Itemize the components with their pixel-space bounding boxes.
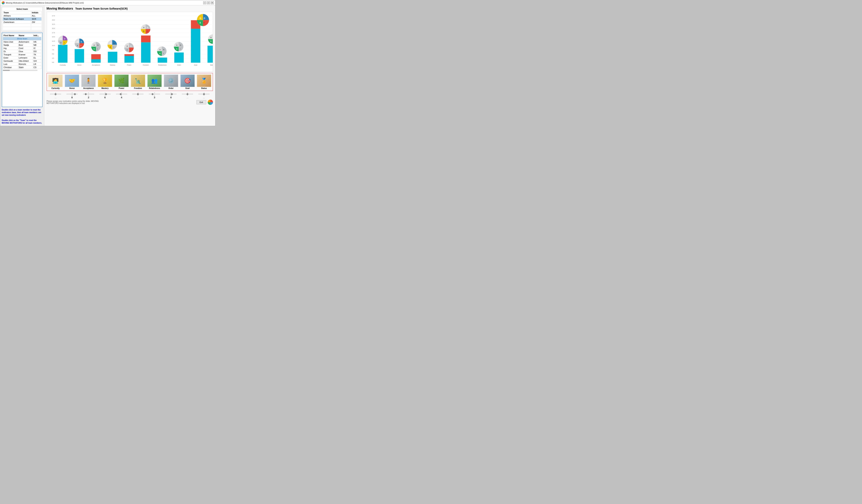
- bar-freedom-red: [141, 36, 151, 42]
- card-power[interactable]: 🌿 Power: [114, 74, 129, 90]
- select-team-box: Select team Team Initials AllStars ALL: [2, 7, 43, 31]
- card-mastery[interactable]: 🏆 Mastery: [97, 74, 113, 90]
- name-col-header: Name: [18, 34, 33, 37]
- exit-button[interactable]: Exit: [196, 100, 206, 104]
- member-name: Lehmann: [18, 56, 33, 59]
- sliders-row: 3 0 ... 3 0 8 3 0 2: [47, 92, 213, 99]
- slider-col-freedom: 3 0 ...: [130, 92, 146, 99]
- card-image-honor: 🤝: [65, 75, 79, 87]
- member-initials: IC: [33, 47, 41, 50]
- table-row[interactable]: Team Scrum Software SCR: [3, 17, 42, 21]
- slider-val-honor: 8: [71, 96, 73, 99]
- maximize-button[interactable]: □: [207, 1, 210, 4]
- initials-col-header: Initials: [31, 11, 41, 14]
- member-row[interactable]: Gertraude Otto-Ehlert GO: [3, 59, 41, 63]
- member-initials: GO: [33, 59, 41, 63]
- svg-text:G: G: [110, 42, 111, 44]
- svg-text:S: S: [143, 30, 144, 32]
- card-label-honor: Honor: [69, 87, 75, 89]
- svg-text:Order: Order: [177, 64, 181, 66]
- team-table: Team Initials AllStars ALL Team Scrum So…: [3, 11, 42, 30]
- card-goal[interactable]: 🎯 Goal: [180, 74, 195, 90]
- slider-val-curiosity: ...: [55, 96, 57, 99]
- card-order[interactable]: ⚙️ Order: [163, 74, 179, 90]
- slider-val-freedom: ...: [137, 96, 139, 99]
- member-initials: CS: [33, 66, 41, 69]
- member-row[interactable]: Luis Rörricht LR: [3, 63, 41, 66]
- slider-val-power: 4: [121, 96, 122, 99]
- card-label-status: Status: [201, 87, 207, 89]
- show-team-row[interactable]: Show team: [3, 37, 41, 40]
- svg-text:25.0: 25.0: [52, 19, 55, 21]
- team-initials: SCR: [31, 17, 41, 21]
- team-initials: ALL: [31, 14, 41, 17]
- svg-text:S: S: [60, 42, 61, 44]
- card-curiosity[interactable]: 🧑‍💻 Curiosity: [48, 74, 63, 90]
- svg-text:17.5: 17.5: [52, 32, 55, 34]
- member-row[interactable]: Christian Stahr CS: [3, 66, 41, 69]
- bar-order-cyan: [174, 53, 184, 63]
- member-row[interactable]: Hans-Uwe Ackermann HA: [3, 40, 41, 43]
- member-name: Kramer: [18, 53, 33, 56]
- svg-text:I: I: [114, 46, 114, 48]
- firstname-col-header: First Name: [3, 34, 18, 37]
- bar-freedom-cyan: [141, 42, 151, 63]
- table-row[interactable]: AllStars ALL: [3, 14, 42, 17]
- card-acceptance[interactable]: 🧍 Acceptance: [81, 74, 96, 90]
- member-row[interactable]: Dr. Gisa DG: [3, 50, 41, 53]
- minimize-button[interactable]: ─: [203, 1, 206, 4]
- svg-text:10.0: 10.0: [52, 45, 55, 46]
- table-row[interactable]: Zweierteam ZW: [3, 21, 42, 24]
- card-image-goal: 🎯: [181, 75, 195, 87]
- card-image-mastery: 🏆: [98, 75, 112, 87]
- member-firstname: Christian: [3, 66, 18, 69]
- slider-col-status: 3 0 ...: [196, 92, 212, 99]
- member-name: Ackermann: [18, 40, 33, 43]
- svg-text:2.5: 2.5: [52, 57, 54, 59]
- svg-text:Acceptance: Acceptance: [92, 64, 100, 66]
- left-panel: Select team Team Initials AllStars ALL: [0, 5, 44, 126]
- main-window: Moving Motivators (C:\Users\Arthur\Meine…: [0, 0, 216, 126]
- svg-text:G: G: [127, 45, 128, 47]
- member-name: Cord: [18, 47, 33, 50]
- svg-text:G: G: [143, 27, 144, 28]
- svg-text:D: D: [147, 27, 148, 28]
- card-honor[interactable]: 🤝 Honor: [64, 74, 80, 90]
- member-row[interactable]: Ester Lehmann EL: [3, 56, 41, 59]
- svg-text:Curiosity: Curiosity: [60, 64, 66, 66]
- member-initials: DG: [33, 50, 41, 53]
- member-name: Otto-Ehlert: [18, 59, 33, 63]
- member-row[interactable]: Ing. Cord IC: [3, 47, 41, 50]
- svg-text:I: I: [81, 45, 81, 47]
- show-team-label[interactable]: Show team: [3, 37, 41, 40]
- card-status[interactable]: 🏅 Status: [196, 74, 212, 90]
- svg-text:I: I: [97, 48, 98, 50]
- window-title: Moving Motivators (C:\Users\Arthur\Meine…: [6, 2, 84, 4]
- member-row[interactable]: Nadja Beer NB: [3, 43, 41, 47]
- close-button[interactable]: ✕: [211, 1, 214, 4]
- svg-text:S: S: [159, 53, 160, 54]
- svg-text:G: G: [210, 37, 212, 38]
- svg-text:G: G: [93, 44, 95, 46]
- card-label-power: Power: [119, 87, 125, 89]
- card-label-mastery: Mastery: [102, 87, 109, 89]
- svg-text:Mastery: Mastery: [110, 64, 115, 66]
- select-team-title: Select team: [3, 8, 42, 10]
- team-name: Team Scrum Software: [3, 17, 31, 21]
- svg-text:12.5: 12.5: [52, 40, 55, 42]
- member-firstname: Luis: [3, 63, 18, 66]
- svg-text:D: D: [204, 17, 205, 19]
- svg-text:Honor: Honor: [77, 64, 81, 66]
- svg-text:G: G: [77, 41, 78, 43]
- svg-text:I: I: [130, 49, 131, 51]
- card-label-acceptance: Acceptance: [83, 87, 94, 89]
- svg-text:0.0: 0.0: [52, 62, 54, 63]
- slider-col-acceptance: 3 0 2: [80, 92, 97, 99]
- card-relatedness[interactable]: 👥 Relatedness: [146, 74, 162, 90]
- member-row[interactable]: Traugott Kramer TK: [3, 53, 41, 56]
- card-freedom[interactable]: 🗽 Freedom: [130, 74, 146, 90]
- title-bar: Moving Motivators (C:\Users\Arthur\Meine…: [0, 0, 215, 5]
- svg-text:27.5: 27.5: [52, 15, 55, 17]
- team-subtitle: Team Summe Team Scrum Software(SCR): [75, 7, 128, 10]
- svg-text:Power: Power: [127, 64, 131, 66]
